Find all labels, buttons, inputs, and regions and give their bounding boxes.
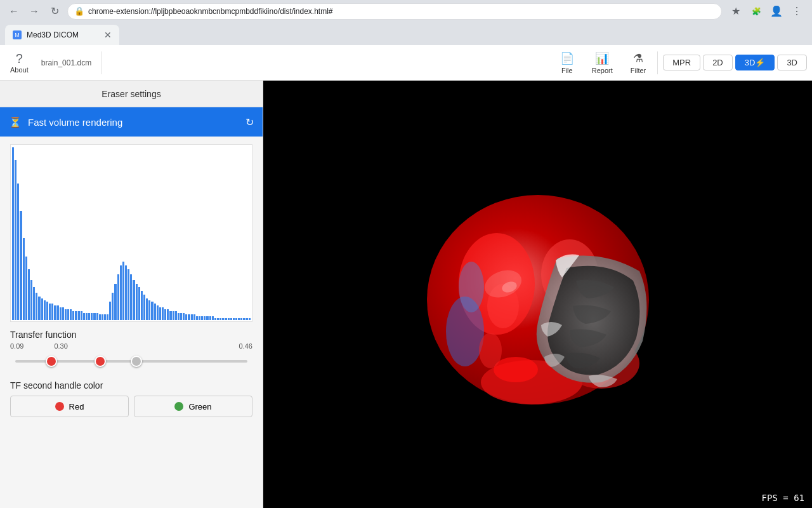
address-bar[interactable]: 🔒 chrome-extension://lpljbpbeoaoknmbcnbm…	[67, 3, 722, 20]
histogram-bar	[44, 300, 46, 320]
histogram-bar	[217, 318, 219, 320]
tf-handle-3[interactable]	[131, 356, 142, 367]
tf-red-button[interactable]: Red	[10, 396, 129, 417]
filter-label: Filter	[631, 67, 646, 74]
extensions-button[interactable]: 🧩	[747, 3, 765, 20]
active-tab[interactable]: M Med3D DICOM ✕	[5, 25, 119, 45]
3d-viewport[interactable]: FPS = 61	[263, 81, 812, 508]
svg-point-8	[494, 357, 538, 382]
tab-close-button[interactable]: ✕	[104, 30, 112, 40]
tf-second-color-section: TF second handle color Red Green	[10, 380, 252, 417]
tab-3d-fast[interactable]: 3D⚡	[735, 55, 775, 70]
histogram-bar	[17, 184, 19, 320]
about-button[interactable]: ? About	[5, 49, 34, 76]
tf-second-label: TF second handle color	[10, 380, 252, 391]
tab-3d[interactable]: 3D	[777, 55, 807, 70]
histogram-bar	[235, 318, 237, 320]
refresh-button[interactable]: ↻	[47, 4, 62, 19]
histogram-bar	[133, 280, 134, 320]
account-button[interactable]: 👤	[768, 3, 785, 20]
histogram-bar	[91, 313, 93, 320]
histogram-bar	[191, 314, 193, 320]
fps-counter: FPS = 61	[762, 493, 804, 503]
histogram-bar	[36, 293, 37, 320]
histogram-bar	[175, 311, 177, 320]
histogram-bar	[204, 316, 206, 320]
svg-point-9	[479, 333, 502, 368]
back-button[interactable]: ←	[6, 4, 22, 19]
histogram-bar	[112, 293, 114, 320]
histogram-bar	[162, 307, 164, 320]
menu-button[interactable]: ⋮	[788, 3, 806, 20]
histogram-bar	[102, 314, 103, 320]
toolbar-actions: 📄 File 📊 Report ⚗ Filter	[554, 49, 652, 77]
red-dot	[55, 402, 64, 411]
histogram-bar	[51, 304, 53, 320]
forward-button[interactable]: →	[27, 4, 42, 19]
tab-2d[interactable]: 2D	[703, 55, 733, 70]
histogram-bar	[96, 313, 98, 320]
histogram-bar	[75, 311, 77, 320]
fast-volume-title: Fast volume rendering	[28, 117, 122, 128]
histogram-bar	[157, 305, 159, 320]
bookmark-button[interactable]: ★	[727, 3, 745, 20]
histogram-bar	[209, 316, 211, 320]
tf-handle-1[interactable]	[46, 356, 57, 367]
report-button[interactable]: 📊 Report	[586, 49, 619, 77]
sidebar: Eraser settings ⏳ Fast volume rendering …	[0, 81, 263, 508]
histogram-bar	[60, 307, 62, 320]
tab-favicon: M	[13, 30, 22, 39]
histogram-bar	[122, 262, 124, 320]
histogram-bar	[117, 274, 119, 320]
histogram-bar	[148, 300, 150, 320]
histogram-bar	[41, 298, 43, 320]
histogram-bar	[128, 269, 129, 320]
tf-slider[interactable]	[10, 352, 252, 370]
histogram-bar	[67, 309, 69, 320]
histogram-bar	[65, 309, 67, 320]
tf-color-buttons: Red Green	[10, 396, 252, 417]
histogram-bar	[183, 313, 185, 320]
histogram-bar	[238, 318, 240, 320]
histogram-bar	[81, 311, 82, 320]
tf-values: 0.09 0.30 0.46	[10, 342, 252, 350]
transfer-function-section: Transfer function 0.09 0.30 0.46	[10, 330, 252, 370]
file-label: File	[561, 67, 573, 74]
tab-mpr[interactable]: MPR	[663, 55, 700, 70]
tab-bar: M Med3D DICOM ✕	[0, 22, 812, 45]
histogram-bar	[78, 311, 80, 320]
histogram-bar	[88, 313, 90, 320]
histogram-bar	[188, 314, 190, 320]
histogram-chart	[10, 144, 252, 322]
histogram-bar	[233, 318, 235, 320]
histogram-bar	[25, 257, 27, 320]
histogram-bar	[228, 318, 230, 320]
histogram-bar	[199, 316, 200, 320]
histogram-bar	[15, 160, 16, 320]
filename-label: brain_001.dcm	[36, 58, 96, 67]
green-label: Green	[188, 402, 211, 411]
tf-val-3: 0.46	[239, 342, 252, 350]
clock-icon: ⏳	[9, 116, 22, 128]
tf-green-button[interactable]: Green	[134, 396, 252, 417]
histogram-bar	[125, 265, 127, 320]
file-button[interactable]: 📄 File	[554, 49, 580, 77]
histogram-bar	[154, 304, 156, 320]
refresh-volume-button[interactable]: ↻	[246, 116, 254, 128]
brain-visualization	[405, 160, 671, 429]
sidebar-body: Transfer function 0.09 0.30 0.46 TF seco…	[0, 137, 263, 508]
eraser-settings-bar[interactable]: Eraser settings	[0, 81, 263, 107]
histogram-bar	[114, 284, 116, 320]
histogram-bar	[62, 307, 64, 320]
histogram-bar	[70, 309, 72, 320]
filter-button[interactable]: ⚗ Filter	[624, 49, 652, 77]
histogram-bar	[249, 318, 251, 320]
histogram-bar	[93, 313, 95, 320]
browser-titlebar: ← → ↻ 🔒 chrome-extension://lpljbpbeoaokn…	[0, 0, 812, 22]
tf-val-2: 0.30	[54, 342, 67, 350]
histogram-bar	[178, 313, 180, 320]
histogram-bar	[219, 318, 221, 320]
histogram-bar	[230, 318, 232, 320]
tf-handle-2[interactable]	[95, 356, 106, 367]
histogram-bar	[225, 318, 226, 320]
